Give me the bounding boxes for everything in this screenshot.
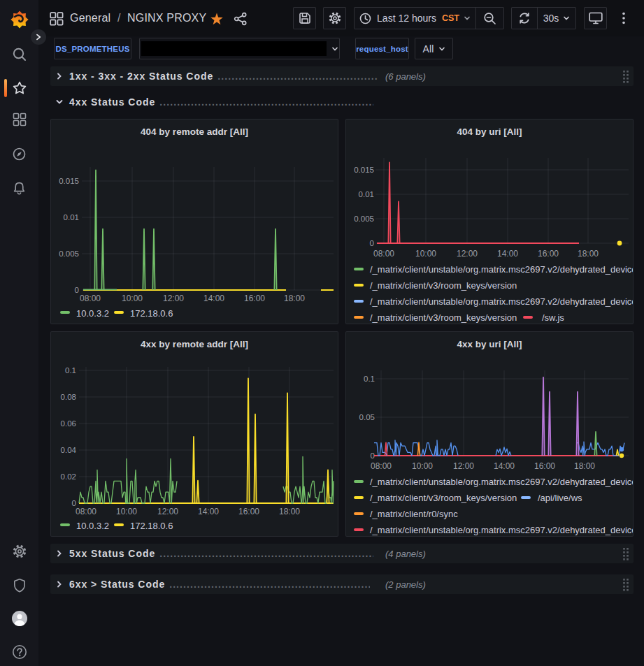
svg-text:0: 0 xyxy=(370,239,374,247)
svg-text:0.1: 0.1 xyxy=(364,375,375,383)
svg-text:16:00: 16:00 xyxy=(244,294,265,303)
svg-text:/_matrix/client/r0/sync: /_matrix/client/r0/sync xyxy=(370,509,458,519)
svg-text:10.0.3.2: 10.0.3.2 xyxy=(76,521,109,531)
svg-text:10:00: 10:00 xyxy=(412,461,433,471)
svg-text:08:00: 08:00 xyxy=(371,461,392,471)
svg-text:/api/live/ws: /api/live/ws xyxy=(538,493,582,503)
svg-text:14:00: 14:00 xyxy=(494,461,515,471)
svg-text:08:00: 08:00 xyxy=(373,249,394,259)
svg-text:/_matrix/client/unstable/org.m: /_matrix/client/unstable/org.matrix.msc2… xyxy=(370,477,633,487)
svg-text:0.02: 0.02 xyxy=(61,472,76,481)
svg-text:18:00: 18:00 xyxy=(574,461,595,471)
svg-text:0.04: 0.04 xyxy=(61,446,77,454)
svg-text:10:00: 10:00 xyxy=(122,294,143,303)
svg-text:0.08: 0.08 xyxy=(61,393,76,401)
svg-text:0.06: 0.06 xyxy=(61,419,76,428)
svg-text:16:00: 16:00 xyxy=(238,507,259,516)
svg-text:0.01: 0.01 xyxy=(64,213,79,222)
svg-text:/_matrix/client/unstable/org.m: /_matrix/client/unstable/org.matrix.msc2… xyxy=(370,525,633,535)
svg-text:14:00: 14:00 xyxy=(203,294,224,303)
svg-text:0: 0 xyxy=(75,286,79,294)
svg-text:0.015: 0.015 xyxy=(354,166,374,174)
svg-text:0.005: 0.005 xyxy=(354,215,374,223)
svg-text:0.1: 0.1 xyxy=(65,366,76,375)
svg-text:14:00: 14:00 xyxy=(198,507,219,516)
svg-text:18:00: 18:00 xyxy=(578,249,599,259)
svg-text:0.01: 0.01 xyxy=(359,190,374,198)
svg-text:12:00: 12:00 xyxy=(163,294,184,303)
svg-text:172.18.0.6: 172.18.0.6 xyxy=(130,308,173,319)
svg-text:10.0.3.2: 10.0.3.2 xyxy=(76,308,109,319)
svg-text:0.005: 0.005 xyxy=(59,249,79,258)
svg-text:08:00: 08:00 xyxy=(76,507,96,516)
svg-text:12:00: 12:00 xyxy=(453,461,474,471)
svg-text:08:00: 08:00 xyxy=(80,294,101,303)
svg-text:/_matrix/client/v3/room_keys/v: /_matrix/client/v3/room_keys/version xyxy=(370,280,517,291)
svg-text:12:00: 12:00 xyxy=(457,249,478,259)
svg-text:16:00: 16:00 xyxy=(534,461,555,471)
svg-text:10:00: 10:00 xyxy=(415,249,436,259)
svg-text:0.015: 0.015 xyxy=(59,177,79,185)
svg-text:/_matrix/client/unstable/org.m: /_matrix/client/unstable/org.matrix.msc2… xyxy=(370,264,633,275)
svg-text:10:00: 10:00 xyxy=(116,507,137,516)
svg-text:18:00: 18:00 xyxy=(284,294,305,303)
svg-text:18:00: 18:00 xyxy=(279,507,300,516)
svg-text:0.05: 0.05 xyxy=(359,413,375,421)
svg-text:/_matrix/client/v3/room_keys/v: /_matrix/client/v3/room_keys/version xyxy=(370,493,517,503)
svg-text:/_matrix/client/unstable/org.m: /_matrix/client/unstable/org.matrix.msc2… xyxy=(370,296,633,307)
svg-text:12:00: 12:00 xyxy=(157,507,178,516)
svg-text:172.18.0.6: 172.18.0.6 xyxy=(130,521,173,531)
svg-text:/_matrix/client/v3/room_keys/v: /_matrix/client/v3/room_keys/version xyxy=(370,312,517,323)
svg-text:/sw.js: /sw.js xyxy=(542,312,564,323)
svg-text:14:00: 14:00 xyxy=(497,249,518,259)
svg-text:16:00: 16:00 xyxy=(538,249,559,259)
